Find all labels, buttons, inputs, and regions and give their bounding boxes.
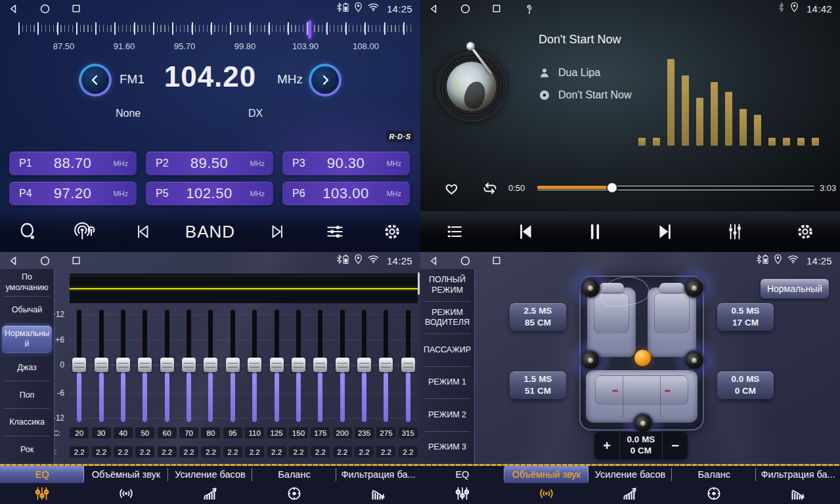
front-left-speaker-icon[interactable]: [581, 278, 600, 298]
progress-knob[interactable]: [608, 183, 617, 192]
band-slider-handle[interactable]: [248, 358, 261, 372]
nav-recents-icon[interactable]: [491, 3, 502, 14]
tab-crossover-filter[interactable]: Фильтрация ба...: [336, 466, 420, 483]
filter-icon[interactable]: [756, 483, 840, 504]
band-slider-track[interactable]: [99, 310, 104, 422]
delay-plus-button[interactable]: +: [594, 432, 619, 459]
preset-button-p6[interactable]: P6103.00MHz: [282, 182, 410, 205]
surround-icon[interactable]: [504, 483, 588, 504]
band-slider-handle[interactable]: [292, 358, 305, 372]
band-q-value[interactable]: 2.2: [70, 446, 89, 457]
band-q-value[interactable]: 2.2: [376, 446, 395, 457]
nav-home-icon[interactable]: [39, 255, 51, 266]
tab-eq[interactable]: EQ: [0, 466, 84, 483]
progress-bar[interactable]: [537, 186, 814, 190]
band-fc-value[interactable]: 125: [267, 427, 286, 438]
nav-recents-icon[interactable]: [491, 255, 502, 266]
band-slider-handle[interactable]: [182, 358, 196, 372]
band-fc-value[interactable]: 110: [245, 427, 264, 438]
band-slider-track[interactable]: [231, 310, 235, 422]
band-slider-track[interactable]: [384, 310, 388, 422]
preset-button-p2[interactable]: P289.50MHz: [146, 152, 273, 175]
next-track-icon[interactable]: [651, 217, 680, 246]
nav-recents-icon[interactable]: [71, 3, 81, 14]
band-slider-handle[interactable]: [357, 358, 371, 372]
nav-recents-icon[interactable]: [71, 255, 81, 266]
band-q-value[interactable]: 2.2: [114, 446, 133, 457]
nav-home-icon[interactable]: [39, 3, 51, 14]
band-fc-value[interactable]: 200: [333, 427, 352, 438]
tab-surround-sound[interactable]: Объёмный звук: [504, 466, 588, 483]
rear-right-speaker-icon[interactable]: [684, 350, 704, 370]
sliders-vertical-icon[interactable]: [720, 217, 749, 246]
balance-icon[interactable]: [672, 483, 756, 504]
front-left-delay-button[interactable]: 2.5 MS 85 CM: [510, 303, 566, 331]
pause-icon[interactable]: [581, 217, 609, 246]
tuner-indicator[interactable]: [308, 20, 311, 39]
search-icon[interactable]: [14, 217, 43, 246]
previous-track-icon[interactable]: [511, 217, 540, 246]
nav-home-icon[interactable]: [460, 255, 471, 266]
band-slider-track[interactable]: [77, 310, 81, 422]
band-slider-track[interactable]: [143, 310, 147, 422]
car-cabin-panel[interactable]: [579, 276, 704, 430]
broadcast-icon[interactable]: [71, 217, 100, 246]
band-slider-track[interactable]: [187, 310, 191, 422]
band-fc-value[interactable]: 70: [179, 427, 198, 438]
band-slider-track[interactable]: [275, 310, 279, 422]
surround-icon[interactable]: [84, 483, 168, 504]
band-slider-handle[interactable]: [401, 358, 415, 372]
playlist-icon[interactable]: [441, 217, 470, 246]
front-right-delay-button[interactable]: 0.5 MS 17 CM: [717, 303, 774, 331]
previous-station-icon[interactable]: [128, 217, 157, 246]
band-q-value[interactable]: 2.2: [223, 446, 242, 457]
band-button[interactable]: BAND: [185, 222, 235, 242]
band-q-value[interactable]: 2.2: [289, 446, 308, 457]
band-fc-value[interactable]: 275: [376, 427, 395, 438]
tab-bass-boost[interactable]: Усиление басов: [168, 466, 252, 483]
tab-balance[interactable]: Баланс: [672, 466, 756, 483]
band-fc-value[interactable]: 80: [201, 427, 220, 438]
tab-balance[interactable]: Баланс: [252, 466, 336, 483]
band-slider-track[interactable]: [296, 310, 301, 422]
eq-preset-item-5[interactable]: Поп: [0, 381, 54, 409]
frequency-ruler[interactable]: [18, 22, 412, 39]
listening-mode-item-4[interactable]: РЕЖИМ 1: [420, 367, 474, 400]
band-slider-handle[interactable]: [226, 358, 240, 372]
eq-icon[interactable]: [0, 483, 84, 504]
band-slider-handle[interactable]: [204, 358, 217, 372]
eq-preset-item-1[interactable]: По умолчанию: [0, 269, 54, 297]
band-q-value[interactable]: 2.2: [267, 446, 286, 457]
rear-left-speaker-icon[interactable]: [581, 350, 600, 370]
preset-button-p3[interactable]: P390.30MHz: [282, 152, 410, 175]
scrollbar[interactable]: [418, 272, 420, 295]
band-slider-track[interactable]: [362, 310, 366, 422]
eq-preset-item-7[interactable]: Рок: [0, 436, 54, 464]
balance-icon[interactable]: [252, 483, 336, 504]
band-fc-value[interactable]: 60: [158, 427, 177, 438]
preset-button-p4[interactable]: P497.20MHz: [9, 182, 137, 205]
band-slider-track[interactable]: [340, 310, 345, 422]
band-slider-handle[interactable]: [313, 358, 327, 372]
band-fc-value[interactable]: 95: [223, 427, 242, 438]
band-slider-handle[interactable]: [160, 358, 174, 372]
rear-right-delay-button[interactable]: 0.0 MS 0 CM: [717, 371, 774, 399]
band-slider-track[interactable]: [121, 310, 125, 422]
band-fc-value[interactable]: 150: [289, 427, 308, 438]
band-q-value[interactable]: 2.2: [201, 446, 220, 457]
nav-back-icon[interactable]: [8, 255, 19, 266]
eq-icon[interactable]: [420, 483, 504, 504]
band-slider-track[interactable]: [165, 310, 169, 422]
nav-back-icon[interactable]: [8, 3, 19, 14]
band-fc-value[interactable]: 50: [135, 427, 154, 438]
repeat-icon[interactable]: [481, 179, 499, 200]
band-q-value[interactable]: 2.2: [179, 446, 198, 457]
preset-button-p5[interactable]: P5102.50MHz: [146, 182, 273, 205]
eq-preset-item-2[interactable]: Обычай: [0, 297, 54, 324]
filter-icon[interactable]: [336, 483, 420, 504]
band-q-value[interactable]: 2.2: [245, 446, 264, 457]
listening-mode-item-2[interactable]: РЕЖИМ ВОДИТЕЛЯ: [420, 302, 474, 335]
band-q-value[interactable]: 2.2: [333, 446, 352, 457]
nav-home-icon[interactable]: [460, 3, 471, 14]
rear-left-delay-button[interactable]: 1.5 MS 51 CM: [510, 371, 566, 399]
